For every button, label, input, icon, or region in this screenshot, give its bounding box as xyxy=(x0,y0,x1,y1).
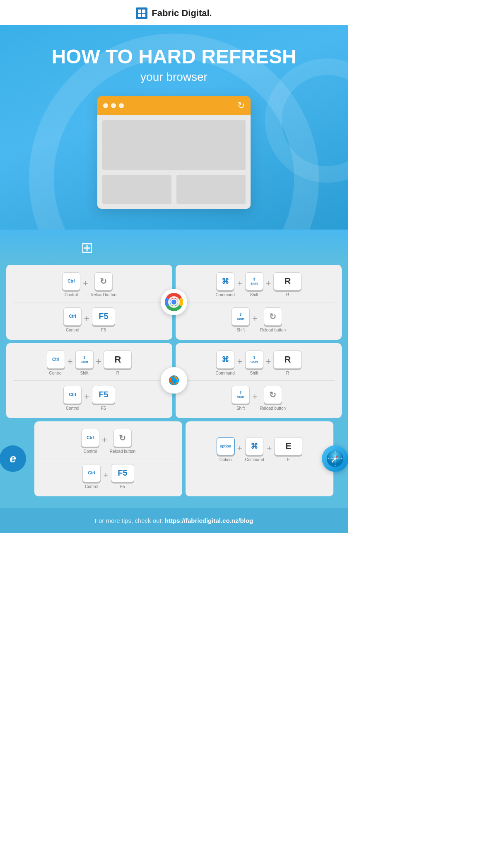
browser-bottom-right xyxy=(176,175,246,204)
svg-rect-3 xyxy=(142,14,145,17)
svg-point-21 xyxy=(334,458,336,459)
svg-text:S: S xyxy=(335,464,336,467)
option-key-block: option Option xyxy=(217,437,235,462)
shift-key2: ⇧ Shift xyxy=(232,307,250,326)
firefox-mac-box: ⌘ Command + ⇧ Shift Shift + R R xyxy=(176,343,342,418)
ctrl-key-block-ff: Ctrl Control xyxy=(47,351,65,375)
plus-ff6: + xyxy=(252,392,258,401)
f5-key-block-ff: F5 F5 xyxy=(92,386,115,411)
ie-logo-wrapper: e xyxy=(0,445,26,472)
svg-rect-2 xyxy=(138,14,141,17)
browser-dot-3 xyxy=(119,103,124,108)
reload-label-ff: Reload button xyxy=(260,406,286,411)
ctrl-key-ie2: Ctrl xyxy=(82,464,101,482)
chrome-mac-combo2: ⇧ Shift Shift + ↻ Reload button xyxy=(182,307,335,332)
footer-text: For more tips, check out: xyxy=(95,517,163,524)
chrome-mac-box: ⌘ Command + ⇧ Shift Shift + R R xyxy=(176,265,342,340)
ff-win-combo2: Ctrl Control + F5 F5 xyxy=(13,386,166,411)
safari-icon: N S W E xyxy=(322,445,348,472)
ctrl-label2: Control xyxy=(66,328,79,332)
ctrl-label-ie2: Control xyxy=(85,484,98,489)
plus-ff3: + xyxy=(84,392,89,401)
ctrl-key-ie: Ctrl xyxy=(81,429,99,447)
reload-key: ↻ xyxy=(94,272,113,290)
ctrl-label-ff2: Control xyxy=(66,406,79,411)
chrome-windows-box: Ctrl Control + ↻ Reload button Ctrl xyxy=(6,265,172,340)
plus-ff1: + xyxy=(68,357,73,366)
reload-key2: ↻ xyxy=(264,307,282,326)
shift-key-ff3: ⇧ Shift xyxy=(232,386,250,404)
svg-text:E: E xyxy=(341,457,343,459)
shift-key-ff2: ⇧ Shift xyxy=(245,351,263,369)
ctrl-key-block: Ctrl Control xyxy=(62,272,80,297)
reload-key-ff: ↻ xyxy=(264,386,282,404)
divider2 xyxy=(182,302,335,302)
browser-dot-2 xyxy=(111,103,116,108)
r-label-ff: R xyxy=(116,371,119,375)
ctrl-key-block-ie: Ctrl Control xyxy=(81,429,99,454)
reload-key-block: ↻ Reload button xyxy=(91,272,116,297)
reload-key-ie: ↻ xyxy=(113,429,132,447)
firefox-windows-box: Ctrl Control + ⇧ Shift Shift + R R xyxy=(6,343,172,418)
ff-mac-combo2: ⇧ Shift Shift + ↻ Reload button xyxy=(182,386,335,411)
shift-key-block2: ⇧ Shift Shift xyxy=(232,307,250,332)
r-label: R xyxy=(286,293,289,297)
svg-point-13 xyxy=(171,377,177,383)
shift-label: Shift xyxy=(250,293,258,297)
windows-icon: ⊞ xyxy=(81,239,93,256)
chrome-win-combo2: Ctrl Control + F5 F5 xyxy=(13,307,166,332)
ie-safari-row: e Ctrl Control + ↻ Reload button xyxy=(6,421,342,496)
footer-link[interactable]: https://fabricdigital.co.nz/blog xyxy=(165,517,253,524)
ctrl-key: Ctrl xyxy=(62,272,80,290)
svg-text:N: N xyxy=(335,451,336,453)
ie-icon: e xyxy=(0,445,26,472)
hero-section: HOW TO HARD REFRESH your browser ↻ xyxy=(0,25,348,230)
ctrl-key-block-ie2: Ctrl Control xyxy=(82,464,101,489)
plus-ie2: + xyxy=(103,471,109,480)
windows-os-col: ⊞ xyxy=(0,238,174,256)
f5-key-block: F5 F5 xyxy=(92,307,115,332)
plus-ff2: + xyxy=(96,357,101,366)
chrome-row: Ctrl Control + ↻ Reload button Ctrl xyxy=(6,265,342,340)
hero-title: HOW TO HARD REFRESH xyxy=(8,46,340,68)
ctrl-key-block-ff2: Ctrl Control xyxy=(63,386,82,411)
browser-dot-1 xyxy=(103,103,108,108)
ctrl-label-ie: Control xyxy=(84,449,97,454)
logo-icon xyxy=(136,7,147,19)
svg-rect-0 xyxy=(138,10,141,13)
os-icons-row: ⊞ xyxy=(0,230,348,261)
e-key: E xyxy=(274,437,302,455)
ctrl-key2: Ctrl xyxy=(63,307,82,326)
cmd-key: ⌘ xyxy=(216,272,234,290)
shift-key-block: ⇧ Shift Shift xyxy=(245,272,263,297)
ff-win-combo1: Ctrl Control + ⇧ Shift Shift + R R xyxy=(13,351,166,375)
divider-ff2 xyxy=(182,380,335,381)
chrome-logo xyxy=(161,289,187,315)
divider xyxy=(13,302,166,302)
browser-bottom-row xyxy=(102,175,246,204)
f5-key-ie: F5 xyxy=(111,464,134,482)
shift-label2: Shift xyxy=(236,328,245,332)
browser-bottom-left xyxy=(102,175,171,204)
ff-mac-combo1: ⌘ Command + ⇧ Shift Shift + R R xyxy=(182,351,335,375)
e-label: E xyxy=(287,457,290,462)
r-key-ff2: R xyxy=(273,351,302,369)
plus5: + xyxy=(252,314,258,323)
f5-key-ff: F5 xyxy=(92,386,115,404)
ctrl-label: Control xyxy=(65,293,78,297)
safari-logo-wrapper: N S W E xyxy=(322,445,348,472)
plus3: + xyxy=(237,279,243,288)
shift-label-ff2: Shift xyxy=(250,371,258,375)
reload-label2: Reload button xyxy=(260,328,286,332)
brand-logo: Fabric Digital. xyxy=(136,7,212,19)
safari-mac-combo1: option Option + ⌘ Command + E E xyxy=(192,429,327,470)
shift-key-block-ff3: ⇧ Shift Shift xyxy=(232,386,250,411)
svg-point-9 xyxy=(171,300,176,305)
plus-ff4: + xyxy=(237,357,243,366)
chrome-win-combo1: Ctrl Control + ↻ Reload button xyxy=(13,272,166,297)
plus2: + xyxy=(84,314,89,323)
mac-os-col xyxy=(174,238,348,256)
f5-label-ie: F5 xyxy=(120,484,125,489)
ctrl-key-ff: Ctrl xyxy=(47,351,65,369)
browser-bar: ↻ xyxy=(97,96,251,115)
